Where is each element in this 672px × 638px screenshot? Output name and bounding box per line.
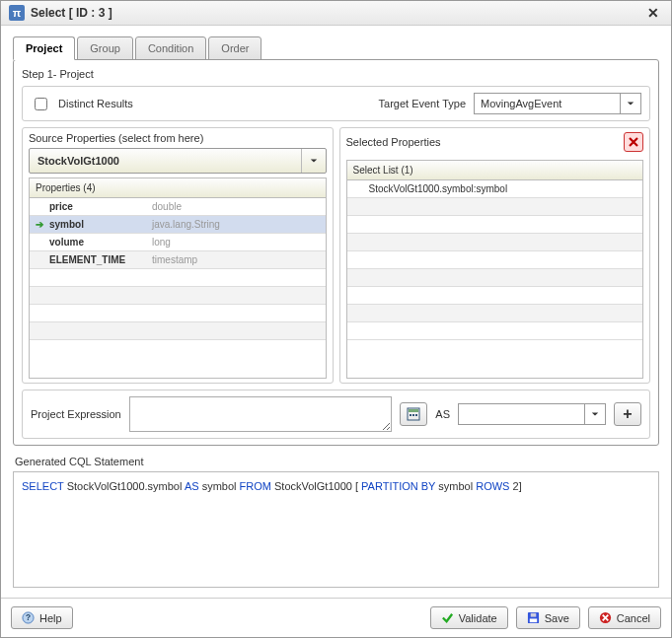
prop-type: java.lang.String [152,219,220,230]
prop-name: ELEMENT_TIME [49,254,148,265]
source-box: Source Properties (select from here) Sto… [22,127,334,384]
prop-type: timestamp [152,254,197,265]
cancel-icon [599,611,612,624]
cql-label: Generated CQL Statement [15,456,659,467]
validate-label: Validate [459,612,497,624]
table-row[interactable]: ➔ ELEMENT_TIME timestamp [30,251,326,269]
table-row[interactable]: ➔ price double [30,198,326,216]
expression-input[interactable] [129,396,393,432]
save-icon [527,611,540,624]
as-select[interactable] [458,403,606,425]
validate-button[interactable]: Validate [430,606,508,629]
prop-name: symbol [49,219,148,230]
tab-order[interactable]: Order [208,36,261,60]
source-combo-value: StockVolGt1000 [37,155,119,167]
table-row[interactable]: ➔ symbol java.lang.String [30,216,326,234]
top-row: Distinct Results Target Event Type Movin… [22,86,650,121]
target-event-label: Target Event Type [379,98,466,109]
source-grid-header: Properties (4) [29,177,327,198]
close-icon[interactable]: ✕ [643,5,663,21]
help-icon: ? [22,611,35,624]
save-button[interactable]: Save [516,606,580,629]
footer: ? Help Validate Save Cancel [1,598,671,637]
arrow-right-icon: ➔ [36,219,43,230]
tab-bar: Project Group Condition Order [13,35,659,59]
selected-grid-header: Select List (1) [346,160,644,180]
cql-output: SELECT StockVolGt1000.symbol AS symbol F… [13,471,659,588]
svg-text:?: ? [26,612,31,622]
chevron-down-icon [584,404,599,424]
help-button[interactable]: ? Help [11,606,73,629]
table-row [347,234,643,251]
source-combo[interactable]: StockVolGt1000 [29,148,327,174]
prop-name: price [49,201,148,212]
prop-type: double [152,201,182,212]
step-title: Step 1- Project [22,68,650,80]
calculator-icon [407,407,420,421]
add-button[interactable]: + [614,402,641,426]
function-button[interactable] [400,402,427,426]
window-title: Select [ ID : 3 ] [31,6,112,20]
expression-label: Project Expression [31,408,121,420]
source-title: Source Properties (select from here) [29,132,327,144]
distinct-checkbox[interactable] [35,98,47,110]
table-row [347,216,643,234]
selected-item-text: StockVolGt1000.symbol:symbol [369,183,508,194]
table-row [347,305,643,322]
table-row[interactable]: StockVolGt1000.symbol:symbol [347,180,643,198]
svg-rect-1 [409,409,418,412]
chevron-down-icon [301,149,318,173]
table-row [347,287,643,305]
svg-rect-9 [530,613,536,617]
save-label: Save [545,612,569,624]
table-row [347,269,643,287]
svg-rect-2 [410,414,411,416]
svg-rect-3 [412,414,414,416]
chevron-down-icon [620,94,635,113]
selected-grid: StockVolGt1000.symbol:symbol [346,180,644,379]
titlebar: π Select [ ID : 3 ] ✕ [1,1,671,26]
pi-icon: π [9,5,25,21]
selected-box: Selected Properties Select List (1) Stoc… [339,127,651,384]
table-row [30,269,326,287]
cancel-label: Cancel [617,612,650,624]
distinct-label: Distinct Results [58,98,133,109]
cancel-button[interactable]: Cancel [588,606,661,629]
table-row [347,251,643,269]
table-row [347,198,643,216]
svg-rect-8 [529,618,536,622]
tab-group[interactable]: Group [77,36,133,60]
svg-rect-4 [415,414,417,416]
delete-button[interactable] [624,132,643,152]
tab-condition[interactable]: Condition [135,36,206,60]
table-row [30,305,326,322]
prop-type: long [152,237,171,248]
project-panel: Step 1- Project Distinct Results Target … [13,59,659,446]
source-grid: ➔ price double ➔ symbol java.lang.String… [29,198,327,379]
expression-row: Project Expression AS [22,390,650,439]
table-row [30,322,326,340]
table-row [30,287,326,305]
prop-name: volume [49,237,148,248]
table-row[interactable]: ➔ volume long [30,234,326,251]
target-event-value: MovingAvgEvent [481,98,561,109]
plus-icon: + [623,406,632,422]
delete-x-icon [628,136,639,148]
select-dialog: π Select [ ID : 3 ] ✕ Project Group Cond… [0,0,672,638]
selected-title: Selected Properties [346,136,441,148]
table-row [347,322,643,340]
as-label: AS [435,408,450,420]
help-label: Help [39,612,62,624]
check-icon [441,611,454,624]
tab-project[interactable]: Project [13,36,75,60]
target-event-select[interactable]: MovingAvgEvent [474,93,641,114]
